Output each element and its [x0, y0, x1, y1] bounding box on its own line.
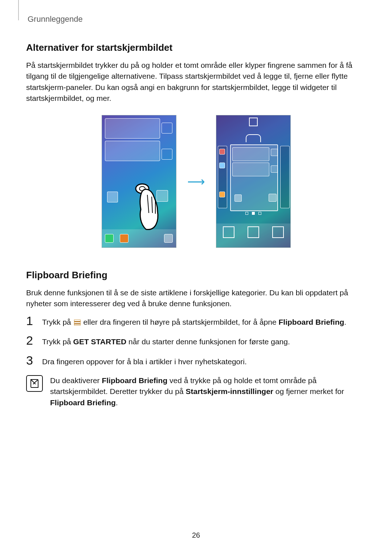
step-text: Dra fingeren oppover for å bla i artikle… [42, 356, 366, 367]
text-bold: Flipboard Briefing [279, 318, 344, 326]
step-text: Trykk på GET STARTED når du starter denn… [42, 336, 366, 347]
wallpaper-icon [223, 226, 234, 238]
step-2: 2 Trykk på GET STARTED når du starter de… [26, 336, 366, 347]
home-icon [246, 134, 261, 142]
heading-flipboard: Flipboard Briefing [26, 270, 366, 281]
text-bold: GET STARTED [73, 337, 127, 346]
text: Trykk på [42, 318, 73, 326]
figure-homescreen-options: ⟶ [26, 115, 366, 248]
arrow-right-icon: ⟶ [187, 174, 205, 189]
step-number: 1 [26, 315, 36, 327]
step-number: 3 [26, 354, 36, 366]
heading-alternatives: Alternativer for startskjermbildet [26, 42, 366, 53]
text-bold: Flipboard Briefing [102, 376, 167, 385]
pinch-hand-icon [131, 180, 163, 235]
step-text: Trykk på eller dra fingeren til høyre på… [42, 316, 366, 328]
step-1: 1 Trykk på eller dra fingeren til høyre … [26, 316, 366, 328]
figure-phone-before [102, 115, 176, 248]
para-flipboard: Bruk denne funksjonen til å se de siste … [26, 287, 366, 309]
step-3: 3 Dra fingeren oppover for å bla i artik… [26, 356, 366, 367]
flipboard-icon [74, 320, 81, 325]
note-icon [26, 375, 43, 392]
settings-icon [272, 226, 284, 238]
text: eller dra fingeren til høyre på startskj… [81, 318, 279, 326]
text: når du starter denne funksjonen for førs… [126, 337, 290, 346]
note-text: Du deaktiverer Flipboard Briefing ved å … [50, 375, 366, 408]
para-alternatives: På startskjermbildet trykker du på og ho… [26, 60, 366, 104]
text: Trykk på [42, 337, 73, 346]
text: . [344, 318, 346, 326]
section-header: Grunnleggende [28, 15, 366, 24]
step-number: 2 [26, 334, 36, 346]
text-bold: Flipboard Briefing [50, 398, 116, 407]
text-bold: Startskjerm-innstillinger [185, 387, 273, 395]
text: . [116, 398, 118, 407]
figure-phone-after [216, 115, 291, 248]
text: og fjerner merket for [273, 387, 344, 395]
trash-icon [249, 118, 258, 126]
page-number: 26 [0, 531, 392, 539]
text: Du deaktiverer [50, 376, 102, 385]
note-block: Du deaktiverer Flipboard Briefing ved å … [26, 375, 366, 408]
widgets-icon [248, 226, 259, 238]
